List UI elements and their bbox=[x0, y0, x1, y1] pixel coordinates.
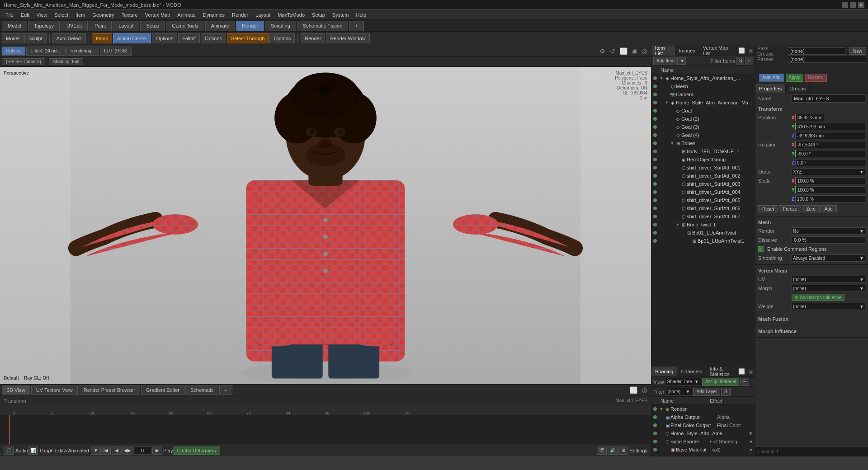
layout-tab-setup[interactable]: Setup bbox=[140, 21, 165, 31]
tree-row[interactable]: ⬡ shirt_driver_SurfAtt_006 bbox=[651, 204, 755, 212]
shader-row[interactable]: ▣ Final Color Output Final Color bbox=[651, 421, 755, 429]
pass-groups-value[interactable]: (none) bbox=[788, 47, 845, 55]
layout-tab-animate[interactable]: Animate bbox=[205, 21, 235, 31]
tab-properties[interactable]: Properties bbox=[755, 84, 786, 94]
close-button[interactable]: ✕ bbox=[858, 2, 864, 8]
tab-schematic[interactable]: Schematic bbox=[185, 385, 218, 395]
tree-row[interactable]: ▼ ◈ Home_Style_Afro_American_Ma... bbox=[651, 99, 755, 107]
tab-images[interactable]: Images bbox=[675, 46, 699, 56]
command-input[interactable] bbox=[780, 449, 866, 454]
scale-y-field[interactable]: 100.0 % bbox=[795, 186, 865, 193]
tree-row[interactable]: ⬡ shirt_driver_SurfAtt_002 bbox=[651, 172, 755, 180]
filter-btn-F[interactable]: F bbox=[745, 57, 753, 65]
add-item-button[interactable]: Add Item bbox=[653, 57, 678, 65]
menu-item-animate[interactable]: Animate bbox=[174, 11, 199, 19]
auto-select-button[interactable]: Auto Select bbox=[52, 33, 86, 43]
layout-tab-render[interactable]: Render bbox=[236, 21, 264, 31]
tab-renderpreset[interactable]: Render Preset Browser bbox=[79, 385, 140, 395]
weight-dropdown[interactable]: (none) ▼ bbox=[792, 303, 865, 310]
add-view-btn[interactable]: + bbox=[219, 385, 232, 395]
viewport-3d[interactable]: Perspective Default Ray GL: Off Man_ctrl… bbox=[0, 67, 651, 384]
tree-row[interactable]: ⊞ Bp01_LUpArmTwist bbox=[651, 229, 755, 237]
tree-row[interactable]: ◇ Goal (3) bbox=[651, 123, 755, 131]
vp-tab-options[interactable]: Options bbox=[2, 47, 25, 56]
tree-row[interactable]: ⬡ shirt_driver_SurfAtt_003 bbox=[651, 180, 755, 188]
tab-3dview[interactable]: 3D View bbox=[2, 385, 30, 395]
prev-frame-button[interactable]: ◀ bbox=[112, 446, 122, 455]
sculpt-button[interactable]: Sculpt bbox=[24, 33, 47, 43]
menu-item-view[interactable]: View bbox=[33, 11, 51, 19]
apply-button[interactable]: Apply bbox=[786, 74, 803, 82]
passes-value[interactable]: (none) bbox=[788, 56, 866, 63]
pos-z-field[interactable]: -39.9283 mm bbox=[795, 132, 865, 139]
layout-tab-topology[interactable]: Topology bbox=[28, 21, 60, 31]
tab-uvtexture[interactable]: UV Texture View bbox=[31, 385, 78, 395]
layout-tab-schematic-fusion[interactable]: Schematic Fusion bbox=[297, 21, 348, 31]
menu-item-geometry[interactable]: Geometry bbox=[89, 11, 118, 19]
shader-row[interactable]: ▼ ◉ Render bbox=[651, 405, 755, 413]
pass-new-button[interactable]: New bbox=[849, 47, 866, 55]
layout-tab-model[interactable]: Model bbox=[2, 21, 27, 31]
shader-tree[interactable]: ▼ ◉ Render ▣ Alpha Output Alpha bbox=[651, 405, 755, 456]
tree-row[interactable]: 📷 Camera bbox=[651, 90, 755, 99]
scale-z-field[interactable]: 100.0 % bbox=[795, 195, 865, 202]
auto-add-button[interactable]: Auto Add bbox=[759, 74, 784, 82]
maximize-button[interactable]: □ bbox=[850, 2, 856, 8]
shader-row[interactable]: ⬡ Base Shader Full Shading ▼ bbox=[651, 437, 755, 446]
filter-btn-S[interactable]: S bbox=[736, 57, 744, 65]
item-tree[interactable]: ▼ ◈ Home_Style_Afro_American_... ⬡ Mesh bbox=[651, 74, 755, 366]
tree-row[interactable]: ◇ Goal (2) bbox=[651, 115, 755, 123]
assign-material-f-btn[interactable]: F bbox=[740, 378, 749, 386]
tree-row[interactable]: ⬡ shirt_driver_SurfAtt_001 bbox=[651, 164, 755, 172]
tree-row[interactable]: ⬡ shirt_driver_SurfAtt_004 bbox=[651, 188, 755, 196]
play-reverse-button[interactable]: ◀▶ bbox=[123, 446, 132, 455]
vp-icon4[interactable]: ◉ bbox=[630, 47, 639, 55]
tab-item-list[interactable]: Item List bbox=[651, 46, 675, 56]
options3-button[interactable]: Options bbox=[269, 33, 295, 43]
animated-dropdown[interactable]: ▼ bbox=[91, 446, 101, 455]
tree-row[interactable]: ⬡ shirt_driver_SurfAtt_007 bbox=[651, 212, 755, 221]
layout-tab-scripting[interactable]: Scripting bbox=[265, 21, 296, 31]
shading-btn[interactable]: Shading: Full bbox=[49, 58, 83, 65]
name-field[interactable]: Man_ctrl_EYES bbox=[792, 94, 865, 103]
tree-row[interactable]: ⊞ Bp01_LUpArmTwist1 bbox=[651, 237, 755, 245]
tab-gradienteditor[interactable]: Gradient Editor bbox=[141, 385, 184, 395]
timeline-tracks[interactable] bbox=[0, 415, 651, 444]
menu-item-vertex map[interactable]: Vertex Map bbox=[142, 11, 174, 19]
add-item-dropdown[interactable]: ▼ bbox=[679, 57, 686, 65]
tree-row[interactable]: ◇ Goal (4) bbox=[651, 131, 755, 139]
menu-item-file[interactable]: File bbox=[2, 11, 17, 19]
layout-tab-paint[interactable]: Paint bbox=[89, 21, 112, 31]
graph-editor-button[interactable]: 📊 bbox=[28, 446, 38, 455]
minimize-button[interactable]: ─ bbox=[842, 2, 848, 8]
falloff-button[interactable]: Falloff bbox=[178, 33, 200, 43]
expand-icon[interactable]: ▼ bbox=[675, 222, 680, 227]
tab-info-statistics[interactable]: Info & Statistics bbox=[706, 367, 736, 376]
render-window-button[interactable]: Render Window bbox=[326, 33, 369, 43]
assign-material-button[interactable]: Assign Material bbox=[702, 378, 739, 386]
vp-tab-rendering[interactable]: Rendering... bbox=[66, 47, 99, 56]
cache-deformers-button[interactable]: Cache Deformers bbox=[173, 446, 220, 455]
tree-row[interactable]: ◇ Goal bbox=[651, 107, 755, 115]
vp-tab-lut[interactable]: LUT: (RGB) bbox=[100, 47, 132, 56]
tree-row[interactable]: ▼ ⊞ Bones bbox=[651, 139, 755, 147]
menu-item-texture[interactable]: Texture bbox=[118, 11, 142, 19]
shader-row[interactable]: ▣ Base Material (all) ▼ bbox=[651, 446, 755, 454]
add-layout-tab-button[interactable]: + bbox=[349, 21, 363, 31]
render-button[interactable]: Render bbox=[301, 33, 325, 43]
vp-icon1[interactable]: ⚙ bbox=[598, 47, 607, 55]
shading-expand-icon[interactable]: ⬜ bbox=[736, 368, 747, 375]
audio-button[interactable]: 🎵 bbox=[4, 446, 14, 455]
layout-tab-uvedit[interactable]: UVEdit bbox=[61, 21, 88, 31]
pos-x-field[interactable]: 35.9273 mm bbox=[795, 114, 825, 121]
tree-row[interactable]: ◈ HeroObjectGroup bbox=[651, 155, 755, 164]
menu-item-setup[interactable]: Setup bbox=[308, 11, 329, 19]
go-start-button[interactable]: |◀ bbox=[101, 446, 111, 455]
model-button[interactable]: Model bbox=[2, 33, 24, 43]
shader-row[interactable]: ⬡ Home_Style_Afro_Ame... ▼ bbox=[651, 429, 755, 437]
scale-x-field[interactable]: 100.0 % bbox=[795, 177, 865, 184]
menu-item-maxtomodo[interactable]: MaxToModo bbox=[274, 11, 308, 19]
rot-x-field[interactable]: -97.5046 ° bbox=[795, 141, 865, 148]
items-button[interactable]: Items bbox=[92, 33, 112, 43]
menu-item-edit[interactable]: Edit bbox=[17, 11, 33, 19]
